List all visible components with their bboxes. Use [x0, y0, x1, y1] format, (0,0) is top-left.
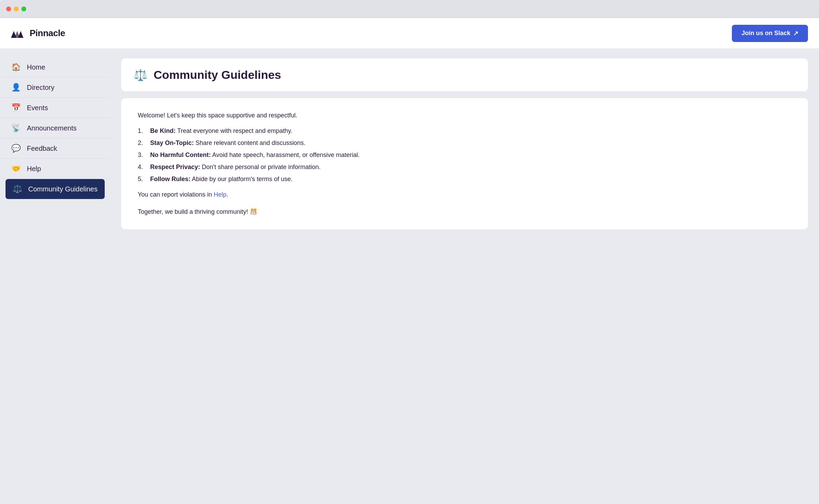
sidebar: 🏠 Home 👤 Directory 📅 Events 📡 Announceme… — [0, 49, 110, 504]
sidebar-item-label: Feedback — [27, 145, 57, 153]
guideline-rest: Share relevant content and discussions. — [196, 139, 305, 146]
external-link-icon: ↗ — [793, 30, 798, 37]
join-slack-label: Join us on Slack — [742, 30, 790, 37]
logo-icon — [11, 28, 26, 39]
guideline-num: 5. — [138, 176, 146, 183]
guideline-bold: No Harmful Content: — [150, 151, 211, 158]
sidebar-item-label: Directory — [27, 84, 54, 92]
closing-text: Together, we build a thriving community!… — [138, 208, 791, 216]
guideline-text: Respect Privacy: Don't share personal or… — [150, 164, 321, 171]
main-content: ⚖️ Community Guidelines Welcome! Let's k… — [110, 49, 819, 504]
guideline-item-1: 1. Be Kind: Treat everyone with respect … — [138, 127, 791, 135]
guideline-rest: Treat everyone with respect and empathy. — [177, 127, 292, 134]
close-button[interactable] — [6, 7, 11, 11]
guideline-bold: Be Kind: — [150, 127, 176, 134]
guideline-bold: Follow Rules: — [150, 176, 190, 182]
sidebar-item-label: Community Guidelines — [28, 185, 97, 193]
sidebar-item-feedback[interactable]: 💬 Feedback — [0, 138, 110, 159]
guideline-rest: Don't share personal or private informat… — [202, 164, 321, 170]
guideline-num: 4. — [138, 164, 146, 171]
content-card: Welcome! Let's keep this space supportiv… — [121, 98, 808, 229]
guideline-text: Stay On-Topic: Share relevant content an… — [150, 139, 305, 147]
sidebar-item-announcements[interactable]: 📡 Announcements — [0, 118, 110, 138]
guideline-rest: Avoid hate speech, harassment, or offens… — [212, 151, 360, 158]
guideline-num: 2. — [138, 139, 146, 147]
guideline-text: No Harmful Content: Avoid hate speech, h… — [150, 151, 360, 159]
guideline-bold: Respect Privacy: — [150, 164, 200, 170]
sidebar-item-label: Help — [27, 165, 41, 173]
svg-marker-2 — [18, 31, 23, 38]
page-title-icon: ⚖️ — [134, 69, 147, 82]
maximize-button[interactable] — [21, 7, 26, 11]
guideline-item-2: 2. Stay On-Topic: Share relevant content… — [138, 139, 791, 147]
page-title-card: ⚖️ Community Guidelines — [121, 59, 808, 91]
sidebar-item-help[interactable]: 🤝 Help — [0, 159, 110, 179]
join-slack-button[interactable]: Join us on Slack ↗ — [732, 25, 808, 42]
page-title: Community Guidelines — [154, 68, 281, 82]
report-text: You can report violations in Help. — [138, 191, 791, 198]
sidebar-item-label: Events — [27, 104, 48, 112]
report-prefix: You can report violations in — [138, 191, 214, 198]
logo-area: Pinnacle — [11, 28, 65, 39]
feedback-icon: 💬 — [11, 144, 21, 153]
directory-icon: 👤 — [11, 83, 21, 92]
guideline-item-5: 5. Follow Rules: Abide by our platform's… — [138, 176, 791, 183]
guideline-rest: Abide by our platform's terms of use. — [192, 176, 293, 182]
guideline-text: Be Kind: Treat everyone with respect and… — [150, 127, 292, 135]
sidebar-item-label: Home — [27, 63, 45, 71]
sidebar-item-home[interactable]: 🏠 Home — [0, 57, 110, 77]
sidebar-item-label: Announcements — [27, 124, 77, 132]
guidelines-icon: ⚖️ — [12, 185, 22, 193]
help-link[interactable]: Help — [214, 191, 226, 198]
sidebar-item-directory[interactable]: 👤 Directory — [0, 77, 110, 98]
guidelines-list: 1. Be Kind: Treat everyone with respect … — [138, 127, 791, 183]
app-layout: 🏠 Home 👤 Directory 📅 Events 📡 Announceme… — [0, 49, 819, 504]
logo-text: Pinnacle — [30, 28, 65, 39]
minimize-button[interactable] — [14, 7, 19, 11]
guideline-text: Follow Rules: Abide by our platform's te… — [150, 176, 293, 183]
events-icon: 📅 — [11, 103, 21, 112]
guideline-item-4: 4. Respect Privacy: Don't share personal… — [138, 164, 791, 171]
traffic-lights — [6, 7, 26, 11]
sidebar-item-community-guidelines[interactable]: ⚖️ Community Guidelines — [6, 179, 105, 199]
help-icon: 🤝 — [11, 164, 21, 173]
home-icon: 🏠 — [11, 63, 21, 72]
guideline-num: 1. — [138, 127, 146, 135]
intro-text: Welcome! Let's keep this space supportiv… — [138, 112, 791, 119]
topbar: Pinnacle Join us on Slack ↗ — [0, 18, 819, 49]
announcements-icon: 📡 — [11, 124, 21, 133]
guideline-num: 3. — [138, 151, 146, 159]
guideline-item-3: 3. No Harmful Content: Avoid hate speech… — [138, 151, 791, 159]
window-chrome — [0, 0, 819, 18]
report-suffix: . — [227, 191, 228, 198]
guideline-bold: Stay On-Topic: — [150, 139, 194, 146]
sidebar-item-events[interactable]: 📅 Events — [0, 98, 110, 118]
